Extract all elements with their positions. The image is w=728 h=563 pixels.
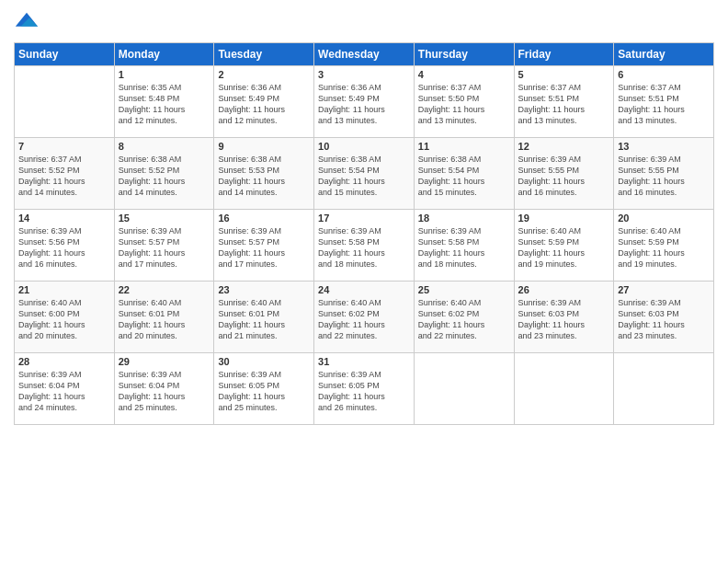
day-cell: 1Sunrise: 6:35 AM Sunset: 5:48 PM Daylig…: [114, 66, 214, 138]
day-cell: 19Sunrise: 6:40 AM Sunset: 5:59 PM Dayli…: [514, 210, 614, 282]
header: [14, 9, 714, 35]
day-cell: [614, 353, 714, 425]
day-number: 22: [119, 284, 210, 295]
day-header-saturday: Saturday: [614, 43, 714, 66]
day-info: Sunrise: 6:39 AM Sunset: 5:57 PM Dayligh…: [218, 225, 310, 270]
day-cell: 29Sunrise: 6:39 AM Sunset: 6:04 PM Dayli…: [114, 353, 214, 425]
day-number: 13: [618, 141, 710, 152]
day-number: 31: [318, 356, 410, 367]
day-header-wednesday: Wednesday: [314, 43, 415, 66]
day-number: 8: [119, 141, 210, 152]
day-info: Sunrise: 6:39 AM Sunset: 6:03 PM Dayligh…: [618, 297, 710, 342]
day-number: 29: [119, 356, 210, 367]
day-cell: 15Sunrise: 6:39 AM Sunset: 5:57 PM Dayli…: [114, 210, 214, 282]
day-number: 5: [518, 69, 610, 80]
day-info: Sunrise: 6:39 AM Sunset: 5:55 PM Dayligh…: [518, 154, 610, 199]
day-info: Sunrise: 6:40 AM Sunset: 6:01 PM Dayligh…: [218, 297, 310, 342]
logo-icon: [14, 9, 40, 35]
day-info: Sunrise: 6:39 AM Sunset: 6:05 PM Dayligh…: [318, 369, 410, 414]
day-number: 11: [418, 141, 510, 152]
day-info: Sunrise: 6:39 AM Sunset: 5:57 PM Dayligh…: [119, 225, 210, 270]
day-cell: 14Sunrise: 6:39 AM Sunset: 5:56 PM Dayli…: [15, 210, 115, 282]
day-info: Sunrise: 6:39 AM Sunset: 6:05 PM Dayligh…: [218, 369, 310, 414]
day-number: 19: [518, 213, 610, 224]
day-info: Sunrise: 6:39 AM Sunset: 5:58 PM Dayligh…: [418, 225, 510, 270]
day-cell: 30Sunrise: 6:39 AM Sunset: 6:05 PM Dayli…: [214, 353, 314, 425]
day-info: Sunrise: 6:36 AM Sunset: 5:49 PM Dayligh…: [318, 82, 410, 127]
day-cell: 4Sunrise: 6:37 AM Sunset: 5:50 PM Daylig…: [414, 66, 514, 138]
week-row-5: 28Sunrise: 6:39 AM Sunset: 6:04 PM Dayli…: [15, 353, 714, 425]
calendar-table: SundayMondayTuesdayWednesdayThursdayFrid…: [14, 42, 714, 425]
day-header-sunday: Sunday: [15, 43, 115, 66]
day-cell: 7Sunrise: 6:37 AM Sunset: 5:52 PM Daylig…: [15, 138, 115, 210]
day-number: 1: [119, 69, 210, 80]
day-number: 23: [218, 284, 310, 295]
day-number: 9: [218, 141, 310, 152]
day-cell: [414, 353, 514, 425]
week-row-2: 7Sunrise: 6:37 AM Sunset: 5:52 PM Daylig…: [15, 138, 714, 210]
day-info: Sunrise: 6:39 AM Sunset: 5:58 PM Dayligh…: [318, 225, 410, 270]
day-cell: 26Sunrise: 6:39 AM Sunset: 6:03 PM Dayli…: [514, 282, 614, 353]
day-header-friday: Friday: [514, 43, 614, 66]
day-cell: 9Sunrise: 6:38 AM Sunset: 5:53 PM Daylig…: [214, 138, 314, 210]
day-number: 28: [18, 356, 110, 367]
day-number: 26: [518, 284, 610, 295]
day-info: Sunrise: 6:35 AM Sunset: 5:48 PM Dayligh…: [119, 82, 210, 127]
day-info: Sunrise: 6:40 AM Sunset: 5:59 PM Dayligh…: [518, 225, 610, 270]
day-number: 30: [218, 356, 310, 367]
day-cell: 23Sunrise: 6:40 AM Sunset: 6:01 PM Dayli…: [214, 282, 314, 353]
day-info: Sunrise: 6:39 AM Sunset: 6:03 PM Dayligh…: [518, 297, 610, 342]
day-info: Sunrise: 6:37 AM Sunset: 5:51 PM Dayligh…: [618, 82, 710, 127]
day-number: 20: [618, 213, 710, 224]
day-cell: 6Sunrise: 6:37 AM Sunset: 5:51 PM Daylig…: [614, 66, 714, 138]
day-info: Sunrise: 6:38 AM Sunset: 5:52 PM Dayligh…: [119, 154, 210, 199]
day-number: 12: [518, 141, 610, 152]
day-cell: [15, 66, 115, 138]
day-number: 10: [318, 141, 410, 152]
day-number: 27: [618, 284, 710, 295]
day-cell: 16Sunrise: 6:39 AM Sunset: 5:57 PM Dayli…: [214, 210, 314, 282]
day-number: 16: [218, 213, 310, 224]
day-cell: 2Sunrise: 6:36 AM Sunset: 5:49 PM Daylig…: [214, 66, 314, 138]
day-cell: 27Sunrise: 6:39 AM Sunset: 6:03 PM Dayli…: [614, 282, 714, 353]
day-info: Sunrise: 6:39 AM Sunset: 5:55 PM Dayligh…: [618, 154, 710, 199]
day-cell: 5Sunrise: 6:37 AM Sunset: 5:51 PM Daylig…: [514, 66, 614, 138]
day-number: 15: [119, 213, 210, 224]
day-cell: 18Sunrise: 6:39 AM Sunset: 5:58 PM Dayli…: [414, 210, 514, 282]
day-info: Sunrise: 6:37 AM Sunset: 5:50 PM Dayligh…: [418, 82, 510, 127]
day-number: 3: [318, 69, 410, 80]
day-number: 25: [418, 284, 510, 295]
day-info: Sunrise: 6:40 AM Sunset: 5:59 PM Dayligh…: [618, 225, 710, 270]
day-number: 24: [318, 284, 410, 295]
day-info: Sunrise: 6:37 AM Sunset: 5:51 PM Dayligh…: [518, 82, 610, 127]
day-cell: 13Sunrise: 6:39 AM Sunset: 5:55 PM Dayli…: [614, 138, 714, 210]
week-row-3: 14Sunrise: 6:39 AM Sunset: 5:56 PM Dayli…: [15, 210, 714, 282]
day-info: Sunrise: 6:38 AM Sunset: 5:54 PM Dayligh…: [418, 154, 510, 199]
day-header-thursday: Thursday: [414, 43, 514, 66]
calendar-page: SundayMondayTuesdayWednesdayThursdayFrid…: [0, 0, 728, 434]
day-info: Sunrise: 6:36 AM Sunset: 5:49 PM Dayligh…: [218, 82, 310, 127]
day-cell: 22Sunrise: 6:40 AM Sunset: 6:01 PM Dayli…: [114, 282, 214, 353]
day-number: 14: [18, 213, 110, 224]
day-number: 4: [418, 69, 510, 80]
day-number: 18: [418, 213, 510, 224]
day-info: Sunrise: 6:40 AM Sunset: 6:02 PM Dayligh…: [418, 297, 510, 342]
day-info: Sunrise: 6:37 AM Sunset: 5:52 PM Dayligh…: [18, 154, 110, 199]
day-cell: [514, 353, 614, 425]
day-info: Sunrise: 6:39 AM Sunset: 6:04 PM Dayligh…: [119, 369, 210, 414]
day-header-tuesday: Tuesday: [214, 43, 314, 66]
day-cell: 17Sunrise: 6:39 AM Sunset: 5:58 PM Dayli…: [314, 210, 415, 282]
day-cell: 25Sunrise: 6:40 AM Sunset: 6:02 PM Dayli…: [414, 282, 514, 353]
week-row-4: 21Sunrise: 6:40 AM Sunset: 6:00 PM Dayli…: [15, 282, 714, 353]
day-cell: 3Sunrise: 6:36 AM Sunset: 5:49 PM Daylig…: [314, 66, 415, 138]
day-number: 21: [18, 284, 110, 295]
day-info: Sunrise: 6:38 AM Sunset: 5:54 PM Dayligh…: [318, 154, 410, 199]
day-cell: 24Sunrise: 6:40 AM Sunset: 6:02 PM Dayli…: [314, 282, 415, 353]
logo: [14, 9, 43, 35]
day-number: 6: [618, 69, 710, 80]
day-number: 17: [318, 213, 410, 224]
day-info: Sunrise: 6:40 AM Sunset: 6:01 PM Dayligh…: [119, 297, 210, 342]
day-header-monday: Monday: [114, 43, 214, 66]
day-number: 7: [18, 141, 110, 152]
day-info: Sunrise: 6:40 AM Sunset: 6:00 PM Dayligh…: [18, 297, 110, 342]
